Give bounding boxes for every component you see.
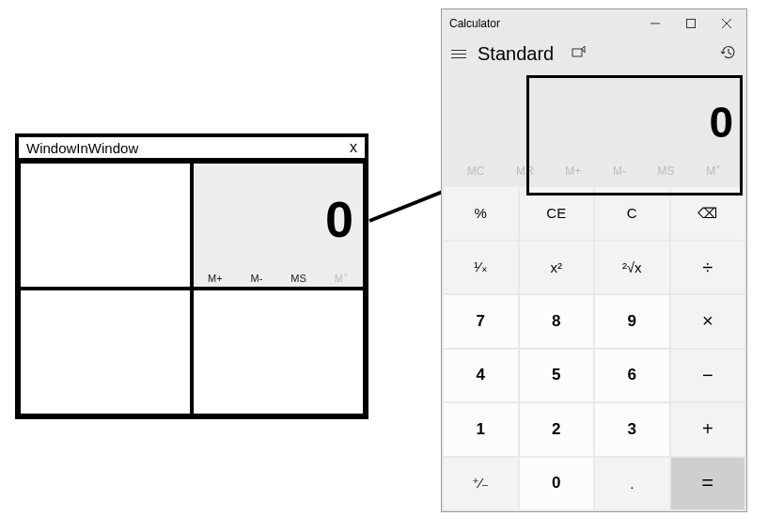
wiw-mminus: M- (251, 273, 263, 285)
calculator-window: Calculator Standard (441, 8, 747, 512)
svg-rect-2 (687, 20, 696, 28)
wiw-mplus: M+ (208, 273, 223, 285)
eight-button[interactable]: 8 (520, 295, 594, 348)
keep-on-top-icon (571, 45, 586, 60)
minimize-icon (650, 19, 660, 28)
ce-button[interactable]: CE (520, 187, 594, 240)
four-button[interactable]: 4 (444, 350, 518, 402)
seven-button[interactable]: 7 (444, 295, 518, 348)
wiw-title: WindowInWindow (26, 140, 138, 156)
wiw-cell-3[interactable] (19, 289, 192, 415)
window-controls (647, 15, 739, 32)
menu-button[interactable] (451, 50, 466, 58)
three-button[interactable]: 3 (595, 403, 669, 456)
mode-title: Standard (478, 43, 554, 65)
wiw-cell-4[interactable] (192, 289, 365, 415)
window-in-window: WindowInWindow x 0 M+ M- MS M˅ (15, 133, 368, 419)
wiw-cell-1[interactable] (19, 162, 192, 289)
nine-button[interactable]: 9 (595, 295, 669, 348)
calc-titlebar: Calculator (442, 9, 746, 38)
calc-title: Calculator (449, 17, 641, 30)
maximize-button[interactable] (682, 15, 699, 32)
wiw-preview-mem-row: M+ M- MS M˅ (194, 273, 363, 285)
multiply-button[interactable]: × (671, 295, 745, 348)
negate-button[interactable]: ⁺⁄₋ (444, 458, 518, 510)
wiw-titlebar: WindowInWindow x (19, 137, 365, 162)
one-button[interactable]: 1 (444, 403, 518, 456)
wiw-preview-display: 0 (325, 190, 353, 248)
calc-memory-row: MC MR M+ M- MS M˅ (442, 151, 746, 185)
backspace-button[interactable]: ⌫ (671, 187, 745, 240)
svg-rect-5 (572, 49, 582, 56)
reciprocal-button[interactable]: ¹⁄ₓ (444, 242, 518, 294)
mr-button[interactable]: MR (516, 164, 534, 178)
minimize-button[interactable] (647, 15, 664, 32)
six-button[interactable]: 6 (595, 350, 669, 402)
ms-button[interactable]: MS (658, 164, 675, 178)
wiw-preview: 0 M+ M- MS M˅ (194, 164, 363, 287)
divide-button[interactable]: ÷ (671, 242, 745, 294)
square-button[interactable]: x² (520, 242, 594, 294)
wiw-mlist: M˅ (335, 273, 349, 285)
sqrt-button[interactable]: ²√x (595, 242, 669, 294)
c-button[interactable]: C (595, 187, 669, 240)
mminus-button[interactable]: M- (613, 164, 626, 178)
calc-display: 0 (442, 70, 746, 151)
calc-modebar: Standard (442, 38, 746, 70)
wiw-close-button[interactable]: x (350, 139, 357, 156)
two-button[interactable]: 2 (520, 403, 594, 456)
five-button[interactable]: 5 (520, 350, 594, 402)
history-icon (720, 44, 737, 61)
percent-button[interactable]: % (444, 187, 518, 240)
close-icon (722, 19, 731, 28)
calc-button-grid: % CE C ⌫ ¹⁄ₓ x² ²√x ÷ 7 8 9 × 4 5 6 − 1 … (442, 185, 746, 511)
close-button[interactable] (718, 15, 735, 32)
zero-button[interactable]: 0 (520, 458, 594, 510)
mlist-button[interactable]: M˅ (706, 164, 721, 178)
add-button[interactable]: + (671, 403, 745, 456)
keep-on-top-button[interactable] (571, 45, 586, 64)
subtract-button[interactable]: − (671, 350, 745, 402)
wiw-ms: MS (290, 273, 306, 285)
mplus-button[interactable]: M+ (565, 164, 581, 178)
history-button[interactable] (720, 44, 737, 65)
equals-button[interactable]: = (671, 458, 745, 510)
wiw-grid: 0 M+ M- MS M˅ (19, 162, 365, 415)
maximize-icon (686, 19, 696, 28)
mc-button[interactable]: MC (467, 164, 485, 178)
wiw-cell-2[interactable]: 0 M+ M- MS M˅ (192, 162, 365, 289)
decimal-button[interactable]: . (595, 458, 669, 510)
